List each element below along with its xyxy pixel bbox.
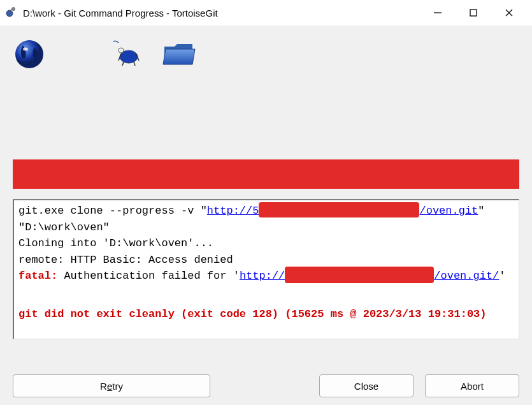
window-body: git.exe clone --progress -v "http://5/ov…	[0, 26, 532, 405]
minimize-button[interactable]	[420, 3, 456, 23]
abort-button[interactable]: Abort	[425, 374, 519, 397]
close-button[interactable]	[491, 3, 527, 23]
fatal-url-link[interactable]: http:///oven.git/	[240, 270, 499, 282]
output-log[interactable]: git.exe clone --progress -v "http://5/ov…	[13, 199, 519, 339]
window-title: D:\work - Git Command Progress - Tortois…	[23, 8, 420, 18]
log-error-summary: git did not exit cleanly (exit code 128)…	[18, 306, 514, 323]
svg-rect-3	[470, 10, 477, 16]
log-line-remote: remote: HTTP Basic: Access denied	[18, 252, 514, 269]
maximize-button[interactable]	[456, 3, 491, 23]
turtle-icon	[112, 38, 145, 73]
retry-button[interactable]: Retry	[13, 374, 210, 397]
clone-url-link[interactable]: http://5/oven.git	[207, 205, 478, 217]
dialog-buttons: Retry Close Abort	[13, 374, 519, 397]
titlebar: D:\work - Git Command Progress - Tortois…	[0, 0, 532, 26]
svg-point-10	[119, 48, 124, 53]
log-line-command: git.exe clone --progress -v "http://5/ov…	[18, 203, 514, 235]
window-controls	[420, 3, 527, 23]
close-dialog-button[interactable]: Close	[319, 374, 413, 397]
animation-icons	[0, 26, 532, 83]
progress-error-bar	[13, 159, 519, 189]
svg-point-7	[23, 48, 28, 51]
log-line-cloning: Cloning into 'D:\work\oven'...	[18, 235, 514, 252]
svg-point-1	[12, 8, 15, 11]
app-icon	[5, 5, 18, 20]
svg-point-6	[15, 40, 43, 68]
svg-point-0	[6, 10, 13, 17]
log-line-fatal: fatal: Authentication failed for 'http:/…	[18, 268, 514, 284]
folder-icon	[161, 38, 199, 73]
globe-icon	[13, 38, 46, 73]
